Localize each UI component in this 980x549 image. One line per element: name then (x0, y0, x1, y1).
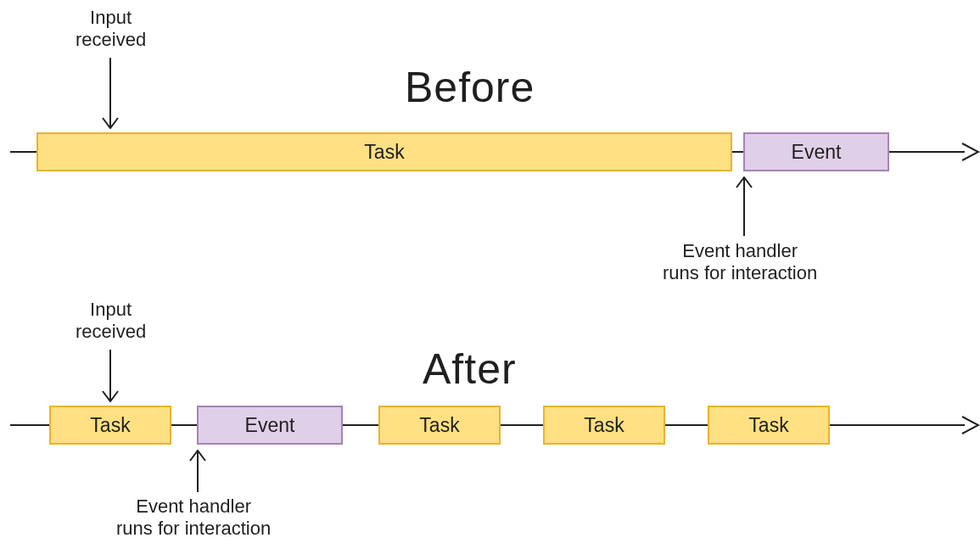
after-event-block: Event (197, 406, 343, 445)
after-input-arrow (109, 350, 111, 401)
after-title: After (423, 348, 517, 390)
arrowhead-right-icon (961, 415, 980, 435)
arrowhead-right-icon (961, 142, 980, 162)
after-task-block-3: Task (543, 406, 665, 445)
diagram-root: Before Inputreceived Task Event Event ha… (0, 0, 980, 549)
before-input-received-label: Inputreceived (76, 7, 146, 52)
after-handler-arrow (197, 451, 199, 492)
arrowhead-down-icon (102, 390, 119, 402)
arrowhead-up-icon (736, 176, 753, 188)
after-task-block-2: Task (378, 406, 501, 445)
after-task-block-1: Task (49, 406, 171, 445)
arrowhead-up-icon (189, 450, 206, 462)
before-handler-arrow (743, 178, 745, 236)
after-task-block-4: Task (708, 406, 830, 445)
before-event-handler-label: Event handlerruns for interaction (663, 240, 817, 285)
before-event-block: Event (743, 132, 889, 171)
arrowhead-down-icon (102, 117, 119, 129)
before-title: Before (405, 66, 535, 109)
before-task-block: Task (36, 132, 732, 171)
after-event-handler-label: Event handlerruns for interaction (116, 496, 271, 541)
before-input-arrow (109, 58, 111, 127)
after-input-received-label: Inputreceived (76, 299, 146, 344)
